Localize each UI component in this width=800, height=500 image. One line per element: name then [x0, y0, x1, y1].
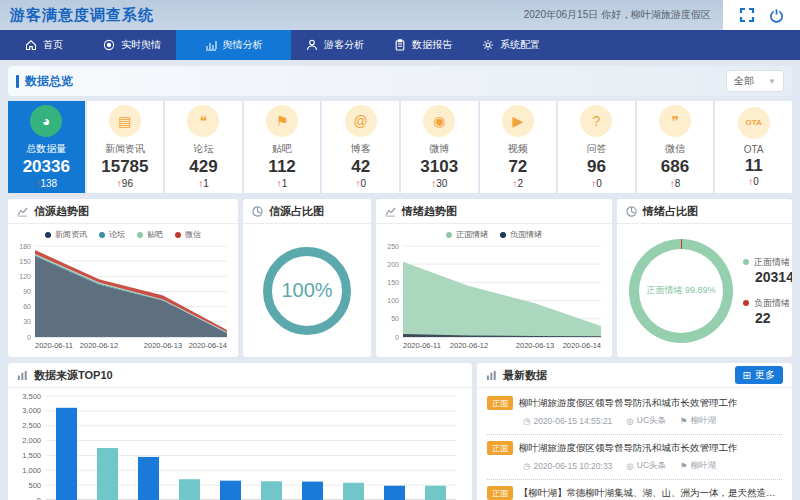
nav-item-label: 游客分析 — [324, 38, 364, 52]
stat-card-新闻资讯[interactable]: ▤新闻资讯15785↑96 — [87, 101, 164, 193]
stat-value: 686 — [661, 156, 689, 177]
source-trend-header: 信源趋势图 — [8, 199, 238, 224]
stat-value: 112 — [268, 156, 295, 177]
stat-card-OTA[interactable]: OTAOTA11↑0 — [715, 101, 792, 193]
wechat-icon: ❞ — [659, 105, 691, 137]
stat-card-贴吧[interactable]: ⚑贴吧112↑1 — [244, 101, 321, 193]
source-icon: ◎ — [626, 416, 633, 426]
nav-item-label: 实时舆情 — [121, 38, 161, 52]
source-trend-panel: 信源趋势图 新闻资讯论坛贴吧微信 03060901201501802020-06… — [8, 199, 238, 357]
bar-chart-icon — [17, 370, 28, 381]
stat-change: ↑2 — [513, 178, 524, 189]
stat-card-视频[interactable]: ▶视频72↑2 — [480, 101, 557, 193]
stat-change: ↑0 — [355, 178, 366, 189]
nav-item-系统配置[interactable]: 系统配置 — [467, 30, 555, 60]
more-button-label: 更多 — [755, 368, 775, 382]
pie-icon: ◕ — [30, 105, 62, 137]
stat-label: 论坛 — [193, 142, 213, 156]
nav-item-游客分析[interactable]: 游客分析 — [291, 30, 379, 60]
up-arrow-icon: ↑ — [355, 178, 360, 189]
stat-change: ↑138 — [35, 178, 57, 189]
nav-item-实时舆情[interactable]: 实时舆情 — [88, 30, 176, 60]
stat-label: 博客 — [351, 142, 371, 156]
stat-change: ↑30 — [431, 178, 447, 189]
svg-text:2,000: 2,000 — [22, 436, 41, 445]
clipboard-icon — [394, 39, 406, 51]
header-actions — [723, 0, 800, 30]
up-arrow-icon: ↑ — [670, 178, 675, 189]
stat-label: OTA — [744, 144, 764, 155]
power-icon[interactable] — [769, 8, 784, 23]
stat-label: 视频 — [508, 142, 528, 156]
svg-text:2020-06-14: 2020-06-14 — [563, 341, 601, 350]
source-share-header: 信源占比图 — [243, 199, 371, 224]
stat-value: 42 — [351, 156, 370, 177]
app-root: 游客满意度调查系统 2020年06月15日 你好，柳叶湖旅游度假区 首页实时舆情… — [0, 0, 800, 500]
sentiment-badge: 正面 — [487, 396, 513, 410]
svg-text:200: 200 — [387, 261, 399, 268]
svg-text:1,000: 1,000 — [22, 466, 41, 475]
up-arrow-icon: ↑ — [35, 178, 40, 189]
target-icon — [103, 39, 115, 51]
stat-label: 微信 — [665, 142, 685, 156]
news-item[interactable]: 正面柳叶湖旅游度假区领导督导防汛和城市长效管理工作◷2020-06-15 10:… — [487, 435, 782, 480]
location-icon: ⚑ — [680, 416, 688, 426]
nav-item-首页[interactable]: 首页 — [0, 30, 88, 60]
nav-item-label: 舆情分析 — [223, 38, 263, 52]
plus-icon: ⊞ — [743, 370, 751, 381]
stat-card-问答[interactable]: ?问答96↑0 — [558, 101, 635, 193]
more-button[interactable]: ⊞ 更多 — [735, 366, 783, 384]
up-arrow-icon: ↑ — [431, 178, 436, 189]
news-item[interactable]: 正面【柳叶湖】常德柳叶湖集城、湖、山、洲为一体，是天然造化的生态组合盆景...◷… — [487, 480, 782, 500]
stat-change: ↑1 — [277, 178, 288, 189]
svg-text:2020-06-11: 2020-06-11 — [403, 341, 441, 350]
filter-select[interactable]: 全部 ▼ — [726, 70, 784, 92]
stat-card-博客[interactable]: @博客42↑0 — [322, 101, 399, 193]
legend-item-负面情绪[interactable]: 负面情绪 — [500, 229, 542, 240]
news-item[interactable]: 正面柳叶湖旅游度假区领导督导防汛和城市长效管理工作◷2020-06-15 14:… — [487, 390, 782, 435]
emotion-share-center-text: 正面情绪 99.89% — [646, 284, 715, 297]
svg-text:2,500: 2,500 — [22, 421, 41, 430]
emotion-trend-title: 情绪趋势图 — [402, 204, 457, 219]
latest-header: 最新数据 ⊞ 更多 — [477, 363, 792, 388]
svg-text:2020-06-12: 2020-06-12 — [80, 341, 118, 350]
svg-text:150: 150 — [387, 279, 399, 286]
tag-icon: ⚑ — [266, 105, 298, 137]
person-icon — [306, 39, 318, 51]
up-arrow-icon: ↑ — [277, 178, 282, 189]
up-arrow-icon: ↑ — [198, 178, 203, 189]
svg-text:180: 180 — [19, 243, 31, 250]
legend-item-论坛[interactable]: 论坛 — [99, 229, 125, 240]
stats-row: ◕总数据量20336↑138▤新闻资讯15785↑96❝论坛429↑1⚑贴吧11… — [8, 101, 792, 193]
emotion-trend-panel: 情绪趋势图 正面情绪负面情绪 0501001502002502020-06-11… — [376, 199, 612, 357]
svg-text:3,500: 3,500 — [22, 392, 41, 401]
overview-title: 数据总览 — [25, 73, 73, 90]
svg-text:3,000: 3,000 — [22, 406, 41, 415]
stat-value: 11 — [745, 155, 763, 176]
pie-chart-icon — [626, 206, 637, 217]
fullscreen-icon[interactable] — [739, 7, 755, 23]
pie-chart-icon — [252, 206, 263, 217]
stat-label: 问答 — [586, 142, 606, 156]
stat-card-微信[interactable]: ❞微信686↑8 — [637, 101, 714, 193]
stat-card-论坛[interactable]: ❝论坛429↑1 — [165, 101, 242, 193]
legend-item-贴吧[interactable]: 贴吧 — [137, 229, 163, 240]
legend-item-微信[interactable]: 微信 — [175, 229, 201, 240]
stat-card-微博[interactable]: ◉微博3103↑30 — [401, 101, 478, 193]
legend-item-正面情绪[interactable]: 正面情绪 — [446, 229, 488, 240]
legend-item-新闻资讯[interactable]: 新闻资讯 — [45, 229, 87, 240]
nav-item-数据报告[interactable]: 数据报告 — [379, 30, 467, 60]
top10-chart: 05001,0001,5002,0002,5003,0003,500新浪微博百家… — [8, 388, 464, 500]
home-icon — [25, 39, 37, 51]
news-title: 柳叶湖旅游度假区领导督导防汛和城市长效管理工作 — [519, 442, 738, 455]
source-trend-title: 信源趋势图 — [34, 204, 89, 219]
svg-text:2020-06-12: 2020-06-12 — [450, 341, 488, 350]
nav-item-舆情分析[interactable]: 舆情分析 — [176, 30, 291, 60]
news-list: 正面柳叶湖旅游度假区领导督导防汛和城市长效管理工作◷2020-06-15 14:… — [477, 388, 792, 500]
stat-label: 微博 — [429, 142, 449, 156]
stat-card-总数据量[interactable]: ◕总数据量20336↑138 — [8, 101, 85, 193]
emotion-trend-header: 情绪趋势图 — [376, 199, 612, 224]
stat-label: 总数据量 — [26, 142, 66, 156]
clock-icon: ◷ — [523, 461, 530, 471]
video-icon: ▶ — [502, 105, 534, 137]
